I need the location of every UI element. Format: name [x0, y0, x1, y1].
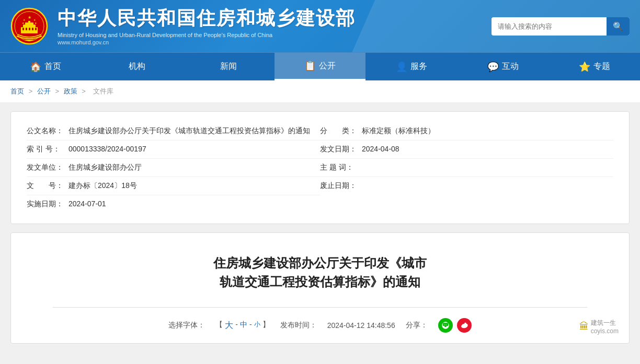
info-row-effective: 实施日期： 2024-07-01 — [27, 195, 320, 213]
info-row-title: 公文名称： 住房城乡建设部办公厅关于印发《城市轨道交通工程投资估算指标》的通知 — [27, 122, 320, 140]
nav-item-interact[interactable]: 💬 互动 — [457, 53, 548, 80]
bottom-logo: 🏛 建筑一生coyis.com — [579, 319, 619, 335]
info-row-expire-date: 废止日期： — [320, 177, 613, 195]
field-value-issuer: 住房城乡建设部办公厅 — [68, 163, 320, 172]
font-size-options: 【 大 - 中 - 小 】 — [215, 320, 269, 331]
header-title-block: 中华人民共和国住房和城乡建设部 Ministry of Housing and … — [58, 7, 356, 45]
nav-label-open: 公开 — [319, 61, 336, 72]
publish-time: 2024-04-12 14:48:56 — [327, 321, 395, 330]
nav-item-org[interactable]: 机构 — [92, 53, 183, 80]
field-label-index: 索 引 号： — [27, 145, 68, 154]
field-label-expire-date: 废止日期： — [320, 181, 362, 191]
site-url: www.mohurd.gov.cn — [58, 39, 356, 45]
field-value-issue-date: 2024-04-08 — [362, 145, 613, 153]
interact-icon: 💬 — [487, 61, 499, 73]
svg-rect-10 — [35, 28, 37, 30]
doc-divider — [53, 307, 587, 308]
nav-item-home[interactable]: 🏠 首页 — [0, 53, 92, 80]
doc-footer: 选择字体： 【 大 - 中 - 小 】 发布时间： 2024-04-12 14:… — [21, 318, 619, 333]
logo-text: 建筑一生coyis.com — [591, 319, 619, 335]
share-label: 分享： — [406, 321, 428, 330]
search-button[interactable]: 🔍 — [607, 17, 630, 36]
field-label-effective: 实施日期： — [27, 199, 68, 209]
breadcrumb-sep-1: > — [29, 87, 35, 95]
svg-rect-8 — [29, 28, 30, 30]
field-label-issue-date: 发文日期： — [320, 145, 362, 154]
nav-label-news: 新闻 — [220, 61, 237, 72]
service-icon: 👤 — [396, 61, 407, 73]
special-icon: ⭐ — [579, 61, 590, 73]
nav-item-news[interactable]: 新闻 — [183, 53, 275, 80]
main-nav: 🏠 首页 机构 新闻 📋 公开 👤 服务 💬 互动 ⭐ 专题 — [0, 52, 640, 80]
field-label-keywords: 主 题 词： — [320, 163, 362, 172]
logo-icon: 🏛 — [579, 321, 589, 332]
info-grid: 公文名称： 住房城乡建设部办公厅关于印发《城市轨道交通工程投资估算指标》的通知 … — [27, 122, 613, 213]
national-emblem: ★ ★ ★ ★ ★ — [10, 7, 48, 45]
font-size-small[interactable]: 小 — [254, 320, 260, 331]
nav-label-service: 服务 — [410, 61, 427, 72]
info-row-docnum: 文 号： 建办标〔2024〕18号 — [27, 177, 320, 195]
info-row-issue-date: 发文日期： 2024-04-08 — [320, 140, 613, 159]
font-size-label: 选择字体： — [168, 321, 205, 330]
breadcrumb-current: 文件库 — [93, 87, 113, 95]
field-value-category: 标准定额（标准科技） — [362, 126, 613, 136]
font-size-medium[interactable]: 中 — [240, 320, 247, 331]
breadcrumb-sep-2: > — [55, 87, 61, 95]
field-value-title: 住房城乡建设部办公厅关于印发《城市轨道交通工程投资估算指标》的通知 — [68, 126, 320, 136]
page-header: ★ ★ ★ ★ ★ 中华人民共和国住房和城乡建设部 Ministry of Ho… — [0, 0, 640, 52]
open-icon: 📋 — [304, 60, 316, 72]
svg-rect-7 — [26, 28, 27, 30]
field-label-docnum: 文 号： — [27, 181, 68, 191]
search-input[interactable] — [492, 18, 607, 34]
info-left-col: 公文名称： 住房城乡建设部办公厅关于印发《城市轨道交通工程投资估算指标》的通知 … — [27, 122, 320, 213]
info-row-index: 索 引 号： 000013338/2024-00197 — [27, 140, 320, 159]
info-row-issuer: 发文单位： 住房城乡建设部办公厅 — [27, 159, 320, 177]
field-value-docnum: 建办标〔2024〕18号 — [68, 181, 320, 191]
site-title-en: Ministry of Housing and Urban-Rural Deve… — [58, 32, 356, 38]
breadcrumb-open[interactable]: 公开 — [37, 87, 51, 95]
home-icon: 🏠 — [30, 61, 41, 73]
breadcrumb-sep-3: > — [82, 87, 87, 95]
site-title-cn: 中华人民共和国住房和城乡建设部 — [58, 7, 356, 29]
breadcrumb-policy[interactable]: 政策 — [64, 87, 77, 95]
field-value-effective: 2024-07-01 — [68, 199, 320, 208]
document-info-card: 公文名称： 住房城乡建设部办公厅关于印发《城市轨道交通工程投资估算指标》的通知 … — [10, 111, 630, 224]
main-content: 公文名称： 住房城乡建设部办公厅关于印发《城市轨道交通工程投资估算指标》的通知 … — [0, 103, 640, 352]
nav-label-special: 专题 — [593, 61, 610, 72]
field-label-issuer: 发文单位： — [27, 163, 68, 172]
document-title: 住房城乡建设部办公厅关于印发《城市轨道交通工程投资估算指标》的通知 — [21, 254, 619, 291]
svg-rect-6 — [22, 28, 24, 30]
field-label-category: 分 类： — [320, 126, 362, 136]
field-value-index: 000013338/2024-00197 — [68, 145, 320, 153]
font-size-close-bracket: 】 — [262, 320, 270, 331]
nav-item-open[interactable]: 📋 公开 — [275, 53, 366, 80]
font-size-large[interactable]: 大 — [225, 320, 233, 331]
publish-label: 发布时间： — [280, 321, 317, 330]
font-size-sep-2: - — [249, 320, 252, 331]
search-area: 🔍 — [492, 17, 630, 36]
svg-rect-5 — [28, 21, 30, 23]
nav-item-special[interactable]: ⭐ 专题 — [548, 53, 640, 80]
nav-label-org: 机构 — [129, 61, 145, 72]
weibo-share-icon[interactable] — [457, 318, 472, 333]
font-size-sep-1: - — [235, 320, 238, 331]
font-size-open-bracket: 【 — [215, 320, 223, 331]
svg-text:★: ★ — [28, 15, 31, 20]
wechat-share-icon[interactable] — [438, 318, 453, 333]
nav-label-home: 首页 — [44, 61, 61, 72]
breadcrumb: 首页 > 公开 > 政策 > 文件库 — [0, 80, 640, 103]
info-row-keywords: 主 题 词： — [320, 159, 613, 177]
search-box: 🔍 — [492, 17, 630, 36]
svg-rect-9 — [32, 28, 33, 30]
breadcrumb-home[interactable]: 首页 — [10, 87, 24, 95]
info-row-category: 分 类： 标准定额（标准科技） — [320, 122, 613, 140]
info-right-col: 分 类： 标准定额（标准科技） 发文日期： 2024-04-08 主 题 词： … — [320, 122, 613, 213]
nav-label-interact: 互动 — [502, 61, 519, 72]
field-label-title: 公文名称： — [27, 126, 68, 136]
share-icons — [438, 318, 472, 333]
header-branding: ★ ★ ★ ★ ★ 中华人民共和国住房和城乡建设部 Ministry of Ho… — [10, 7, 356, 45]
document-card: 住房城乡建设部办公厅关于印发《城市轨道交通工程投资估算指标》的通知 选择字体： … — [10, 232, 630, 344]
nav-item-service[interactable]: 👤 服务 — [365, 53, 457, 80]
